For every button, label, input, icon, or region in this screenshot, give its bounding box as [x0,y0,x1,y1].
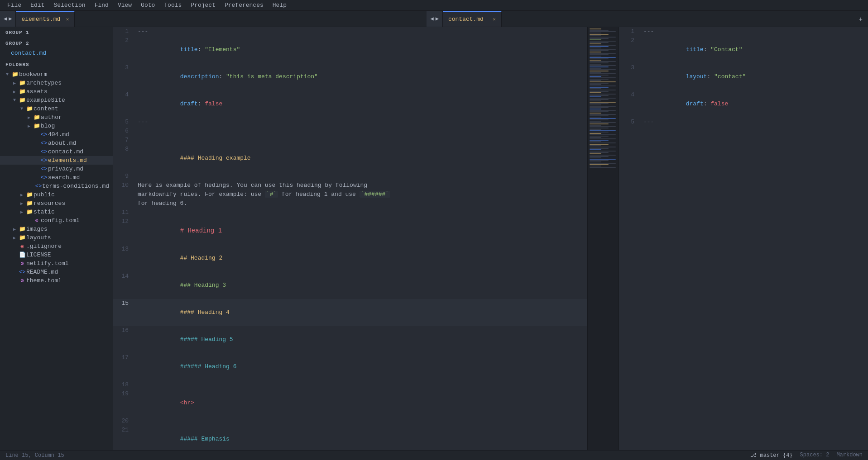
tree-theme-label: theme.toml [26,277,113,284]
line-num-2: 2 [113,36,136,45]
tree-theme[interactable]: ▶ ⚙ theme.toml [0,276,113,285]
file-search-icon: <> [40,175,48,181]
right-code-line-2: 2 title: "Contact" [619,36,868,63]
tree-resources-label: resources [34,200,113,207]
code-line-3: 3 description: "this is meta description… [113,63,587,90]
line-content-15: #### Heading 4 [136,299,587,326]
tree-404-label: 404.md [48,131,113,138]
tree-assets[interactable]: ▶ 📁 assets [0,87,113,96]
code-line-5: 5 --- [113,118,587,127]
line-content-2: title: "Elements" [136,36,587,63]
tab-elements-close[interactable]: ✕ [66,16,69,22]
file-arrow-gitignore: ▶ [11,244,18,249]
line-content-10b: markdownify rules. For example: use `#` … [136,190,587,199]
folder-archetypes-icon: 📁 [18,80,26,86]
right-line-content-2: title: "Contact" [642,36,868,63]
tree-license[interactable]: ▶ 📄 LICENSE [0,251,113,259]
menu-view[interactable]: View [114,1,135,9]
tree-config-toml[interactable]: ▶ ⚙ config.toml [0,216,113,225]
expand-bookworm-icon: ▼ [4,72,11,77]
tree-resources[interactable]: ▶ 📁 resources [0,199,113,208]
tree-archetypes[interactable]: ▶ 📁 archetypes [0,79,113,87]
tab-contact-close[interactable]: ✕ [493,16,496,22]
folders-header: FOLDERS [0,59,113,70]
tree-public[interactable]: ▶ 📁 public [0,190,113,199]
tab-split-nav[interactable]: ◀ ▶ [427,11,442,27]
menu-selection[interactable]: Selection [50,1,89,9]
status-right: ⎇ master {4} Spaces: 2 Markdown [750,452,863,459]
code-line-21: 21 ##### Emphasis [113,426,587,450]
file-theme-icon: ⚙ [18,277,26,284]
menu-file[interactable]: File [4,1,25,9]
menu-goto[interactable]: Goto [137,1,158,9]
arrow-left-icon: ◀ [4,15,7,22]
line-num-12: 12 [113,217,136,226]
tree-content[interactable]: ▼ 📁 content [0,104,113,113]
code-line-19: 19 <hr> [113,389,587,417]
line-content-16: ##### Heading 5 [136,326,587,353]
folder-layouts-icon: 📁 [18,234,26,241]
editor-left-content[interactable]: 1 --- 2 title: "Elements" 3 description:… [113,27,587,450]
line-content-21: ##### Emphasis [136,426,587,450]
editor-right-content[interactable]: 1 --- 2 title: "Contact" 3 layout: "cont… [619,27,868,450]
right-code-line-5: 5 --- [619,118,868,127]
file-contact-icon: <> [40,149,48,155]
status-git[interactable]: ⎇ master {4} [750,452,792,459]
tree-404[interactable]: ▶ <> 404.md [0,130,113,139]
line-content-3: description: "this is meta description" [136,63,587,90]
tree-terms[interactable]: ▶ <> terms-conditions.md [0,182,113,190]
status-bar: Line 15, Column 15 ⎇ master {4} Spaces: … [0,450,868,460]
tree-about[interactable]: ▶ <> about.md [0,139,113,147]
expand-images-icon: ▶ [11,227,18,232]
tab-elements-md[interactable]: elements.md ✕ [16,11,75,27]
tree-privacy[interactable]: ▶ <> privacy.md [0,165,113,173]
tree-netlify[interactable]: ▶ ⚙ netlify.toml [0,259,113,268]
status-spaces: Spaces: 2 [800,452,830,459]
tree-bookworm[interactable]: ▼ 📁 bookworm [0,70,113,79]
line-content-13: ## Heading 2 [136,245,587,272]
tree-layouts[interactable]: ▶ 📁 layouts [0,233,113,242]
tree-blog[interactable]: ▶ 📁 blog [0,122,113,130]
new-tab-button[interactable]: + [857,14,864,24]
tree-bookworm-label: bookworm [19,71,113,78]
menu-edit[interactable]: Edit [27,1,48,9]
tree-examplesite[interactable]: ▼ 📁 exampleSite [0,96,113,104]
tree-elements-label: elements.md [48,157,113,164]
tree-about-label: about.md [48,140,113,147]
status-position: Line 15, Column 15 [5,452,64,459]
menu-find[interactable]: Find [91,1,112,9]
tree-gitignore-label: .gitignore [26,243,113,250]
menubar: File Edit Selection Find View Goto Tools… [0,0,868,11]
group2-header[interactable]: GROUP 2 [0,38,113,49]
expand-static-icon: ▶ [18,209,25,215]
tab-contact-md[interactable]: contact.md ✕ [443,11,502,27]
tree-search[interactable]: ▶ <> search.md [0,173,113,182]
folder-content-icon: 📁 [25,105,34,112]
expand-blog-icon: ▶ [25,123,33,129]
tree-examplesite-label: exampleSite [26,97,113,104]
line-num-10: 10 [113,181,136,190]
tree-images[interactable]: ▶ 📁 images [0,225,113,233]
open-file-contact[interactable]: contact.md [0,49,113,57]
folder-assets-icon: 📁 [18,88,26,95]
tree-contact[interactable]: ▶ <> contact.md [0,147,113,156]
code-line-14: 14 ### Heading 3 [113,272,587,299]
tree-author[interactable]: ▶ 📁 author [0,113,113,122]
code-line-20: 20 [113,417,587,426]
menu-help[interactable]: Help [269,1,290,9]
line-content-17: ###### Heading 6 [136,353,587,380]
group1-header[interactable]: GROUP 1 [0,27,113,38]
menu-preferences[interactable]: Preferences [221,1,267,9]
code-line-10: 10 Here is example of hedings. You can u… [113,181,587,190]
tree-gitignore[interactable]: ▶ ◉ .gitignore [0,242,113,251]
tree-license-label: LICENSE [26,251,113,258]
menu-tools[interactable]: Tools [160,1,185,9]
file-arrow-license: ▶ [11,252,18,258]
tab-group-nav-left[interactable]: ◀ ▶ [0,11,16,27]
tree-static[interactable]: ▶ 📁 static [0,208,113,216]
line-num-14: 14 [113,272,136,281]
tree-elements[interactable]: ▶ <> elements.md [0,156,113,165]
tree-readme[interactable]: ▶ <> README.md [0,268,113,276]
menu-project[interactable]: Project [187,1,219,9]
line-num-19: 19 [113,389,136,398]
